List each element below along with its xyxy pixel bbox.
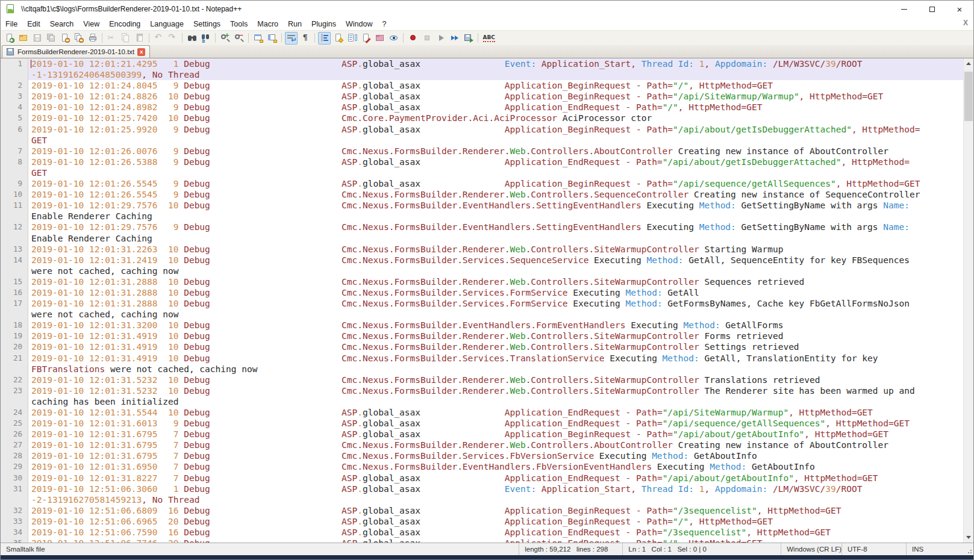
log-text[interactable]: 2019-01-10 12:01:31.5544 10 Debug ASP.gl… <box>28 407 963 418</box>
line-number[interactable]: 23 <box>1 385 28 396</box>
log-text[interactable]: -2-131916270581459213, No Thread <box>28 494 963 505</box>
line-number[interactable]: 14 <box>1 255 28 266</box>
close-button[interactable]: × <box>946 1 973 17</box>
undo-button[interactable]: ↶ <box>152 32 165 45</box>
macro-play-button[interactable] <box>434 32 447 45</box>
macro-save-button[interactable] <box>462 32 475 45</box>
line-number[interactable] <box>1 233 28 244</box>
line-number[interactable] <box>1 211 28 222</box>
line-number[interactable]: 12 <box>1 222 28 232</box>
line-number[interactable]: 6 <box>1 124 28 135</box>
line-number[interactable]: 10 <box>1 189 28 200</box>
document-switcher-button[interactable] <box>360 32 372 45</box>
line-number[interactable]: 8 <box>1 157 28 167</box>
line-number[interactable]: 33 <box>1 516 28 527</box>
save-all-button[interactable] <box>45 32 57 45</box>
function-list-button[interactable] <box>332 32 345 45</box>
log-text[interactable]: 2019-01-10 12:01:29.7576 9 Debug Cmc.Nex… <box>28 222 963 232</box>
copy-button[interactable] <box>119 32 132 45</box>
line-number[interactable]: 32 <box>1 505 28 516</box>
line-number[interactable]: 15 <box>1 276 28 287</box>
open-file-button[interactable] <box>17 32 30 45</box>
log-text[interactable]: 2019-01-10 12:01:31.6013 9 Debug ASP.glo… <box>28 418 963 429</box>
log-text[interactable]: Enable Renderer Caching <box>28 211 963 222</box>
menu-settings[interactable]: Settings <box>189 19 225 30</box>
log-text[interactable]: 2019-01-10 12:01:31.6795 7 Debug Cmc.Nex… <box>28 440 963 450</box>
line-number[interactable] <box>1 396 28 407</box>
resize-grip[interactable] <box>970 552 972 553</box>
log-text[interactable]: GET <box>28 167 963 178</box>
line-number[interactable] <box>1 309 28 320</box>
line-number[interactable]: 16 <box>1 287 28 298</box>
menu-macro[interactable]: Macro <box>252 19 283 30</box>
tab-formsbuilderrenderer[interactable]: FormsBuilderRenderer-2019-01-10.txt x <box>2 45 150 58</box>
log-text[interactable]: 2019-01-10 12:01:31.5232 10 Debug Cmc.Ne… <box>28 375 963 385</box>
log-text[interactable]: 2019-01-10 12:01:24.8826 10 Debug ASP.gl… <box>28 91 963 102</box>
paste-button[interactable] <box>133 32 146 45</box>
line-number[interactable]: 11 <box>1 200 28 211</box>
status-encoding[interactable]: UTF-8 <box>841 543 906 555</box>
indent-guide-button[interactable] <box>318 32 331 45</box>
redo-button[interactable]: ↷ <box>166 32 179 45</box>
scrollbar-thumb[interactable] <box>964 72 973 121</box>
scrollbar-up-button[interactable] <box>964 58 973 69</box>
line-number[interactable]: 17 <box>1 298 28 309</box>
line-number[interactable]: 22 <box>1 375 28 385</box>
log-text[interactable]: 2019-01-10 12:01:31.3200 10 Debug Cmc.Ne… <box>28 320 963 331</box>
log-text[interactable]: 2019-01-10 12:01:25.7420 10 Debug Cmc.Co… <box>28 113 963 123</box>
macro-stop-button[interactable] <box>420 32 433 45</box>
line-number[interactable]: 25 <box>1 418 28 429</box>
vertical-scrollbar[interactable] <box>963 58 973 543</box>
log-text[interactable]: 2019-01-10 12:01:31.2419 10 Debug Cmc.Ne… <box>28 255 963 266</box>
log-text[interactable]: 2019-01-10 12:01:26.5545 9 Debug ASP.glo… <box>28 178 963 189</box>
log-text[interactable]: 2019-01-10 12:01:24.8045 9 Debug ASP.glo… <box>28 80 963 91</box>
macro-run-multiple-button[interactable] <box>448 32 461 45</box>
menu-plugins[interactable]: Plugins <box>307 19 341 30</box>
log-text[interactable]: -1-131916240648500399, No Thread <box>28 69 963 80</box>
log-text[interactable]: 2019-01-10 12:01:31.4919 10 Debug Cmc.Ne… <box>28 331 963 341</box>
folder-as-workspace-button[interactable] <box>373 32 386 45</box>
status-eol-format[interactable]: Windows (CR LF) <box>781 543 841 555</box>
line-number[interactable]: 26 <box>1 429 28 440</box>
log-text[interactable]: 2019-01-10 12:01:21.4295 1 Debug ASP.glo… <box>28 58 963 69</box>
log-text[interactable]: 2019-01-10 12:01:25.9920 9 Debug ASP.glo… <box>28 124 963 135</box>
line-number[interactable] <box>1 135 28 146</box>
word-wrap-button[interactable]: ↵ <box>285 32 298 45</box>
find-button[interactable] <box>186 32 198 45</box>
log-text[interactable]: Enable Renderer Caching <box>28 233 963 244</box>
menu-file[interactable]: File <box>1 19 22 30</box>
menu-edit[interactable]: Edit <box>22 19 45 30</box>
line-number[interactable]: 34 <box>1 527 28 538</box>
log-text[interactable]: 2019-01-10 12:51:06.6809 16 Debug ASP.gl… <box>28 505 963 516</box>
menu-run[interactable]: Run <box>283 19 307 30</box>
menu-help[interactable]: ? <box>377 19 391 30</box>
line-number[interactable] <box>1 167 28 178</box>
save-button[interactable] <box>31 32 43 45</box>
replace-button[interactable]: a b <box>199 32 212 45</box>
zoom-out-button[interactable]: − <box>233 32 245 45</box>
menu-window[interactable]: Window <box>341 19 377 30</box>
log-text[interactable]: 2019-01-10 12:51:06.7746 20 Debug ASP.gl… <box>28 538 963 543</box>
log-text[interactable]: 2019-01-10 12:01:29.7576 10 Debug Cmc.Ne… <box>28 200 963 211</box>
log-text[interactable]: caching has been initialized <box>28 396 963 407</box>
scrollbar-down-button[interactable] <box>964 532 973 543</box>
log-text[interactable]: 2019-01-10 12:01:31.2888 10 Debug Cmc.Ne… <box>28 298 963 309</box>
log-text[interactable]: 2019-01-10 12:01:31.5232 10 Debug Cmc.Ne… <box>28 385 963 396</box>
line-number[interactable]: 21 <box>1 353 28 364</box>
line-number[interactable]: 27 <box>1 440 28 450</box>
line-number[interactable]: 20 <box>1 341 28 352</box>
menu-tools[interactable]: Tools <box>225 19 252 30</box>
print-button[interactable] <box>86 32 99 45</box>
log-text[interactable]: GET <box>28 135 963 146</box>
close-all-button[interactable] <box>72 32 85 45</box>
log-text[interactable]: 2019-01-10 12:01:31.6795 7 Debug Cmc.Nex… <box>28 450 963 461</box>
menu-view[interactable]: View <box>78 19 104 30</box>
cut-button[interactable]: ✂ <box>105 32 118 45</box>
log-text[interactable]: 2019-01-10 12:01:26.5545 9 Debug Cmc.Nex… <box>28 189 963 200</box>
line-number[interactable] <box>1 494 28 505</box>
log-text[interactable]: 2019-01-10 12:01:26.0076 9 Debug Cmc.Nex… <box>28 146 963 157</box>
line-number[interactable] <box>1 266 28 276</box>
log-text[interactable]: 2019-01-10 12:01:24.8982 9 Debug ASP.glo… <box>28 102 963 113</box>
line-number[interactable] <box>1 364 28 375</box>
new-file-button[interactable] <box>3 32 16 45</box>
